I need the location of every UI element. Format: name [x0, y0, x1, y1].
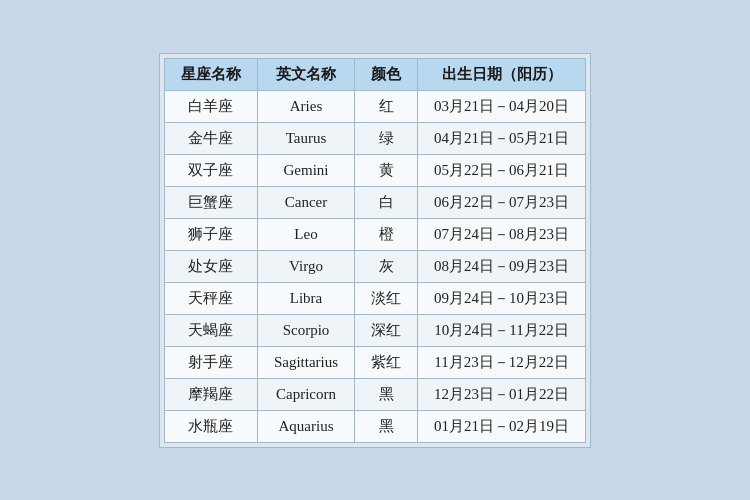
cell-english-name: Aquarius: [257, 410, 354, 442]
cell-color: 紫红: [355, 346, 418, 378]
table-row: 巨蟹座Cancer白06月22日－07月23日: [164, 186, 585, 218]
cell-color: 淡红: [355, 282, 418, 314]
cell-chinese-name: 摩羯座: [164, 378, 257, 410]
table-header-row: 星座名称 英文名称 颜色 出生日期（阳历）: [164, 58, 585, 90]
table-row: 摩羯座Capricorn黑12月23日－01月22日: [164, 378, 585, 410]
cell-dates: 11月23日－12月22日: [418, 346, 586, 378]
cell-chinese-name: 巨蟹座: [164, 186, 257, 218]
cell-english-name: Gemini: [257, 154, 354, 186]
cell-dates: 12月23日－01月22日: [418, 378, 586, 410]
cell-chinese-name: 处女座: [164, 250, 257, 282]
cell-color: 白: [355, 186, 418, 218]
cell-chinese-name: 金牛座: [164, 122, 257, 154]
cell-english-name: Cancer: [257, 186, 354, 218]
cell-chinese-name: 天秤座: [164, 282, 257, 314]
cell-dates: 01月21日－02月19日: [418, 410, 586, 442]
cell-dates: 10月24日－11月22日: [418, 314, 586, 346]
cell-color: 深红: [355, 314, 418, 346]
header-color: 颜色: [355, 58, 418, 90]
cell-color: 黑: [355, 410, 418, 442]
cell-color: 橙: [355, 218, 418, 250]
header-dates: 出生日期（阳历）: [418, 58, 586, 90]
cell-dates: 05月22日－06月21日: [418, 154, 586, 186]
cell-chinese-name: 天蝎座: [164, 314, 257, 346]
cell-english-name: Capricorn: [257, 378, 354, 410]
cell-color: 红: [355, 90, 418, 122]
cell-chinese-name: 白羊座: [164, 90, 257, 122]
cell-dates: 04月21日－05月21日: [418, 122, 586, 154]
table-row: 天蝎座Scorpio深红10月24日－11月22日: [164, 314, 585, 346]
table-row: 射手座Sagittarius紫红11月23日－12月22日: [164, 346, 585, 378]
cell-dates: 06月22日－07月23日: [418, 186, 586, 218]
table-row: 天秤座Libra淡红09月24日－10月23日: [164, 282, 585, 314]
cell-dates: 08月24日－09月23日: [418, 250, 586, 282]
cell-color: 灰: [355, 250, 418, 282]
cell-english-name: Libra: [257, 282, 354, 314]
cell-dates: 09月24日－10月23日: [418, 282, 586, 314]
cell-dates: 07月24日－08月23日: [418, 218, 586, 250]
table-row: 金牛座Taurus绿04月21日－05月21日: [164, 122, 585, 154]
cell-english-name: Aries: [257, 90, 354, 122]
table-row: 双子座Gemini黄05月22日－06月21日: [164, 154, 585, 186]
cell-color: 黑: [355, 378, 418, 410]
header-chinese-name: 星座名称: [164, 58, 257, 90]
cell-chinese-name: 水瓶座: [164, 410, 257, 442]
cell-chinese-name: 双子座: [164, 154, 257, 186]
cell-chinese-name: 射手座: [164, 346, 257, 378]
cell-color: 绿: [355, 122, 418, 154]
zodiac-table: 星座名称 英文名称 颜色 出生日期（阳历） 白羊座Aries红03月21日－04…: [164, 58, 586, 443]
cell-english-name: Leo: [257, 218, 354, 250]
cell-color: 黄: [355, 154, 418, 186]
table-body: 白羊座Aries红03月21日－04月20日金牛座Taurus绿04月21日－0…: [164, 90, 585, 442]
cell-chinese-name: 狮子座: [164, 218, 257, 250]
table-row: 水瓶座Aquarius黑01月21日－02月19日: [164, 410, 585, 442]
table-row: 狮子座Leo橙07月24日－08月23日: [164, 218, 585, 250]
table-row: 处女座Virgo灰08月24日－09月23日: [164, 250, 585, 282]
table-row: 白羊座Aries红03月21日－04月20日: [164, 90, 585, 122]
header-english-name: 英文名称: [257, 58, 354, 90]
cell-dates: 03月21日－04月20日: [418, 90, 586, 122]
zodiac-table-container: 星座名称 英文名称 颜色 出生日期（阳历） 白羊座Aries红03月21日－04…: [159, 53, 591, 448]
cell-english-name: Scorpio: [257, 314, 354, 346]
cell-english-name: Sagittarius: [257, 346, 354, 378]
cell-english-name: Taurus: [257, 122, 354, 154]
cell-english-name: Virgo: [257, 250, 354, 282]
